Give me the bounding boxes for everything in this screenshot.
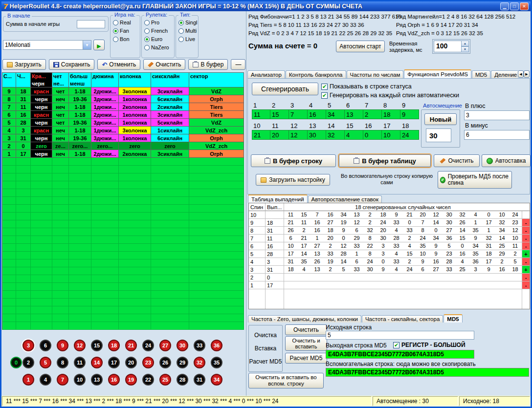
board-number-8[interactable]: 8 (57, 357, 68, 368)
radio-singl[interactable]: Singl (178, 20, 197, 25)
board-number-4[interactable]: 4 (40, 374, 51, 386)
buffer-table-button[interactable]: В буфер таблицу (339, 154, 431, 167)
board-number-23[interactable]: 23 (142, 357, 154, 368)
board-number-5[interactable]: 5 (40, 357, 51, 368)
tab-md5[interactable]: MD5 (472, 70, 490, 78)
md5-source-input[interactable] (326, 331, 474, 340)
board-number-17[interactable]: 17 (108, 357, 120, 368)
checkbox-show-status[interactable]: ✔ Показывать в строке статуса (321, 83, 412, 90)
md5-clear-button[interactable]: Очистить (285, 324, 327, 335)
radio-multi[interactable]: Multi (178, 28, 197, 34)
radio-real[interactable]: Real (113, 20, 139, 25)
minus-input[interactable] (464, 130, 530, 140)
run-button[interactable] (93, 40, 105, 50)
radio-fan[interactable]: Fan (113, 28, 139, 34)
board-number-30[interactable]: 30 (177, 340, 188, 351)
board-number-21[interactable]: 21 (125, 340, 137, 351)
checkbox-register-uppercase[interactable]: ✔ РЕГИСТР - БОЛЬШОЙ (393, 342, 466, 348)
radio-nazero[interactable]: NaZero (144, 44, 173, 50)
autobet-button[interactable]: Автоставка (482, 154, 531, 167)
board-number-16[interactable]: 16 (108, 374, 120, 386)
autoshift-value[interactable]: 30 (426, 129, 451, 142)
plus-input[interactable] (464, 110, 530, 120)
md5-clear-paste-aux-button[interactable]: Очистить и вставить во вспом. строку (248, 373, 324, 388)
history-empty-cell (16, 220, 31, 228)
toolbar-button-отменить[interactable]: Отменить (97, 59, 140, 70)
checkbox-generate-every-spin[interactable]: ✔ Генерировать на каждый спин автоматиче… (321, 92, 459, 99)
board-number-7[interactable]: 7 (57, 374, 68, 386)
delay-up-button[interactable]: ▲ (461, 41, 469, 46)
radio-live[interactable]: Live (178, 36, 197, 42)
board-number-22[interactable]: 22 (142, 374, 154, 386)
maximize-button[interactable]: □ (510, 2, 519, 10)
new-button[interactable]: Новый (424, 113, 457, 125)
preset-select[interactable]: 1Melonati ▼ (3, 40, 91, 50)
tab-деление-ко-[interactable]: Деление ко... (491, 70, 518, 78)
toolbar-button--[interactable]: — (231, 59, 245, 70)
board-number-35[interactable]: 35 (211, 357, 222, 368)
board-number-2[interactable]: 2 (22, 357, 34, 368)
delay-value[interactable]: 100 (434, 41, 461, 52)
board-number-11[interactable]: 11 (74, 357, 86, 368)
board-number-19[interactable]: 19 (125, 374, 137, 386)
board-number-1[interactable]: 1 (22, 374, 34, 386)
board-number-34[interactable]: 34 (211, 374, 222, 386)
toolbar-button-сохранить[interactable]: Сохранить (49, 59, 95, 70)
autospin-start-button[interactable]: Автоспин старт (336, 41, 385, 52)
check-md5-button[interactable]: ✔ Проверить МД5 после спина (438, 171, 512, 189)
board-number-13[interactable]: 13 (91, 374, 103, 386)
toolbar-button-очистить[interactable]: Очистить (143, 59, 185, 70)
radio-french[interactable]: French (144, 28, 173, 34)
toolbar-button-в-буфер[interactable]: В буфер (188, 59, 228, 70)
delay-down-button[interactable]: ▼ (461, 46, 469, 52)
board-number-6[interactable]: 6 (40, 340, 51, 351)
freqtab-md5[interactable]: MD5 (443, 314, 462, 322)
board-number-12[interactable]: 12 (74, 340, 86, 351)
subtab-автопроставление-ставок[interactable]: Автопроставление ставок (308, 195, 382, 203)
radio-euro[interactable]: Euro (144, 36, 173, 42)
board-number-31[interactable]: 31 (194, 374, 205, 386)
radio-label-fan: Fan (120, 28, 129, 34)
toolbar-button-загрузить[interactable]: Загрузить (2, 59, 46, 70)
buffer-row-button[interactable]: В буфер строку (251, 154, 336, 167)
radio-bon[interactable]: Bon (113, 36, 139, 42)
freqtab-частота-сиклайны-сектора[interactable]: Частота - сиклайны, сектора (362, 315, 443, 322)
load-settings-button[interactable]: Загрузить настройку (256, 174, 330, 186)
board-number-36[interactable]: 36 (211, 340, 222, 351)
board-number-29[interactable]: 29 (177, 357, 188, 368)
minimize-button[interactable]: ▁ (500, 2, 509, 10)
board-number-27[interactable]: 27 (159, 340, 171, 351)
radio-pro[interactable]: Pro (144, 20, 173, 25)
board-number-33[interactable]: 33 (194, 340, 205, 351)
board-number-15[interactable]: 15 (91, 340, 103, 351)
combo-arrow-icon[interactable]: ▼ (83, 41, 91, 49)
board-number-28[interactable]: 28 (177, 374, 188, 386)
board-number-24[interactable]: 24 (142, 340, 154, 351)
board-number-0[interactable]: 0 (10, 357, 22, 368)
freqtab-частота-zero-шансы-дюжины-колонки[interactable]: Частота - Zero, шансы, дюжины, колонки (248, 315, 361, 322)
md5-calc-button[interactable]: Расчет MD5 (285, 353, 327, 364)
subtab-таблица-выпадений[interactable]: Таблица выпадений (248, 194, 308, 203)
board-number-14[interactable]: 14 (91, 357, 103, 368)
board-number-20[interactable]: 20 (125, 357, 137, 368)
md5-aux-field[interactable]: E4DA3B7FBBCE2345D7772B0674A318D5 (326, 368, 529, 377)
tab-контроль-банкролла[interactable]: Контроль банкролла (286, 70, 346, 78)
tab-функционал-psevdoms[interactable]: Функционал PsevdoMS (404, 69, 471, 78)
history-header-cell: дюжина (91, 73, 119, 87)
tab-частоты-по-числам[interactable]: Частоты по числам (347, 70, 404, 78)
tab-scroll-left-button[interactable]: ◀ (518, 70, 524, 78)
close-button[interactable]: ✕ (520, 2, 529, 10)
board-number-25[interactable]: 25 (159, 374, 171, 386)
board-number-10[interactable]: 10 (74, 374, 86, 386)
generate-button[interactable]: Сгенерировать (252, 83, 318, 95)
board-number-26[interactable]: 26 (159, 357, 171, 368)
board-number-3[interactable]: 3 (22, 340, 34, 351)
md5-clear-paste-button[interactable]: Очистить и вставить (285, 336, 327, 351)
board-number-18[interactable]: 18 (108, 340, 120, 351)
start-sum-input[interactable] (77, 20, 105, 28)
clear-button[interactable]: Очистить (434, 154, 480, 167)
tab-анализатор[interactable]: Анализатор (247, 70, 285, 78)
tab-scroll-right-button[interactable]: ▶ (524, 70, 530, 78)
board-number-9[interactable]: 9 (57, 340, 68, 351)
board-number-32[interactable]: 32 (194, 357, 205, 368)
